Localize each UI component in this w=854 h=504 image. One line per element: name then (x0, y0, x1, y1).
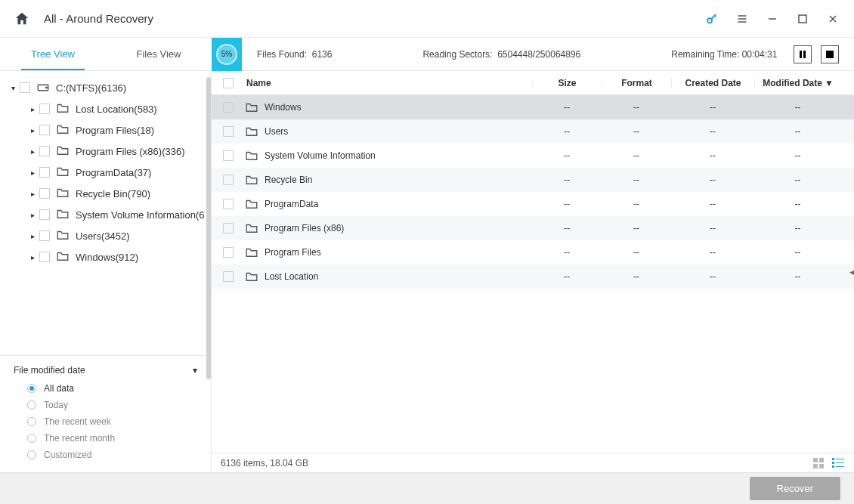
tree-item[interactable]: ▸Program Files (x86)(336) (0, 141, 211, 162)
table-row[interactable]: Program Files-------- (212, 240, 854, 264)
row-checkbox[interactable] (223, 223, 234, 233)
chevron-right-icon[interactable]: ▸ (27, 125, 38, 135)
radio-icon (27, 417, 36, 426)
column-created[interactable]: Created Date (671, 78, 754, 88)
svg-rect-9 (813, 464, 818, 468)
close-button[interactable] (825, 11, 840, 26)
tree-item[interactable]: ▸Lost Location(583) (0, 98, 211, 119)
filter-option[interactable]: All data (27, 383, 197, 394)
grid-view-button[interactable] (812, 456, 825, 470)
tree-item[interactable]: ▸Users(3452) (0, 225, 211, 246)
maximize-button[interactable] (795, 11, 810, 26)
column-format[interactable]: Format (602, 78, 671, 88)
tree-item[interactable]: ▸Recycle Bin(790) (0, 183, 211, 204)
svg-rect-11 (832, 458, 834, 460)
folder-icon (245, 150, 258, 162)
file-list: Name Size Format Created Date Modified D… (212, 71, 854, 472)
folder-icon (56, 187, 70, 200)
row-checkbox[interactable] (223, 175, 234, 185)
column-size[interactable]: Size (532, 78, 602, 88)
tree-checkbox[interactable] (39, 209, 50, 220)
filter-option[interactable]: The recent month (27, 433, 197, 444)
row-checkbox[interactable] (223, 247, 234, 258)
column-modified[interactable]: Modified Date ▼ (754, 78, 841, 88)
tree-root[interactable]: ▾ C:(NTFS)(6136) (0, 77, 211, 98)
svg-rect-14 (836, 462, 844, 463)
folder-tree: ▾ C:(NTFS)(6136) ▸Lost Location(583)▸Pro… (0, 71, 211, 355)
list-view-button[interactable] (831, 456, 845, 470)
tree-checkbox[interactable] (39, 188, 50, 199)
tree-scrollbar[interactable] (206, 77, 211, 379)
chevron-right-icon[interactable]: ▸ (27, 104, 38, 114)
svg-rect-3 (803, 51, 806, 58)
folder-icon (56, 208, 70, 221)
menu-icon[interactable] (735, 11, 750, 26)
svg-point-0 (707, 18, 712, 23)
filter-dropdown[interactable]: File modified date ▾ (14, 365, 197, 376)
tree-item[interactable]: ▸Windows(912) (0, 246, 211, 267)
svg-rect-10 (819, 464, 824, 468)
sidebar: ▾ C:(NTFS)(6136) ▸Lost Location(583)▸Pro… (0, 71, 212, 472)
tree-checkbox[interactable] (39, 230, 50, 241)
chevron-right-icon[interactable]: ▸ (27, 188, 38, 199)
stop-scan-button[interactable] (821, 45, 839, 63)
scan-progress: 5% (212, 38, 242, 71)
tree-item[interactable]: ▸Program Files(18) (0, 119, 211, 141)
sort-desc-icon: ▼ (825, 78, 834, 88)
table-row[interactable]: Lost Location-------- (212, 264, 854, 289)
radio-icon (27, 384, 36, 393)
folder-icon (56, 144, 70, 158)
row-checkbox[interactable] (223, 126, 234, 137)
svg-rect-8 (819, 458, 824, 462)
select-all-checkbox[interactable] (223, 78, 234, 88)
tree-checkbox[interactable] (39, 146, 50, 156)
table-row[interactable]: Program Files (x86)-------- (212, 216, 854, 240)
chevron-right-icon[interactable]: ▸ (27, 146, 38, 156)
chevron-right-icon[interactable]: ▸ (27, 209, 38, 220)
column-name[interactable]: Name (245, 78, 532, 88)
status-bar: 6136 items, 18.04 GB (212, 453, 854, 472)
svg-rect-16 (836, 466, 844, 467)
chevron-right-icon[interactable]: ▸ (27, 167, 38, 178)
minimize-button[interactable] (765, 11, 780, 26)
collapse-handle[interactable]: ◀ (849, 260, 854, 283)
folder-icon (245, 198, 258, 210)
tree-checkbox[interactable] (39, 167, 50, 178)
recover-button[interactable]: Recover (750, 477, 840, 500)
tree-item[interactable]: ▸System Volume Information(6 (0, 204, 211, 225)
home-icon[interactable] (14, 11, 30, 27)
row-checkbox[interactable] (223, 199, 234, 209)
table-header: Name Size Format Created Date Modified D… (212, 71, 854, 95)
folder-icon (245, 246, 258, 258)
tab-files-view[interactable]: Files View (106, 38, 212, 70)
reading-sectors: Reading Sectors: 6504448/250064896 (422, 49, 580, 60)
svg-rect-1 (799, 15, 806, 23)
svg-rect-4 (826, 51, 834, 58)
filter-option[interactable]: The recent week (27, 416, 197, 427)
row-checkbox[interactable] (223, 271, 234, 282)
chevron-down-icon[interactable]: ▾ (8, 82, 18, 93)
table-row[interactable]: Users-------- (212, 119, 854, 144)
chevron-right-icon[interactable]: ▸ (27, 230, 38, 241)
folder-icon (56, 229, 70, 243)
tree-label: Program Files(18) (76, 125, 154, 136)
files-found: Files Found: 6136 (257, 49, 332, 60)
tree-checkbox[interactable] (39, 125, 50, 135)
table-row[interactable]: System Volume Information-------- (212, 144, 854, 168)
filter-option[interactable]: Today (27, 400, 197, 410)
tree-checkbox[interactable] (20, 82, 30, 93)
pause-scan-button[interactable] (794, 45, 812, 63)
chevron-right-icon[interactable]: ▸ (27, 252, 38, 262)
titlebar: All - Around Recovery (0, 0, 854, 38)
table-row[interactable]: ProgramData-------- (212, 192, 854, 216)
tree-checkbox[interactable] (39, 252, 50, 262)
tree-item[interactable]: ▸ProgramData(37) (0, 162, 211, 183)
table-row[interactable]: Recycle Bin-------- (212, 168, 854, 192)
tree-checkbox[interactable] (39, 104, 50, 114)
key-icon[interactable] (704, 11, 719, 26)
filter-option[interactable]: Customized (27, 450, 197, 460)
table-row[interactable]: Windows-------- (212, 95, 854, 119)
tab-tree-view[interactable]: Tree View (0, 38, 106, 70)
row-checkbox[interactable] (223, 150, 234, 161)
row-checkbox[interactable] (223, 102, 234, 113)
